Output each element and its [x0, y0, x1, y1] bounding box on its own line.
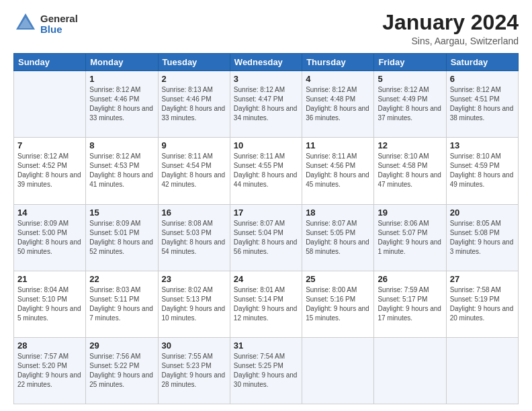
table-row: 13Sunrise: 8:10 AMSunset: 4:59 PMDayligh…	[446, 138, 518, 204]
day-info: Sunrise: 8:07 AMSunset: 5:05 PMDaylight:…	[306, 219, 370, 257]
table-row: 29Sunrise: 7:56 AMSunset: 5:22 PMDayligh…	[86, 337, 158, 404]
table-row: 1Sunrise: 8:12 AMSunset: 4:46 PMDaylight…	[86, 71, 158, 138]
calendar-row: 7Sunrise: 8:12 AMSunset: 4:52 PMDaylight…	[14, 138, 519, 204]
table-row: 31Sunrise: 7:54 AMSunset: 5:25 PMDayligh…	[230, 337, 302, 404]
day-number: 6	[450, 74, 515, 84]
table-row: 6Sunrise: 8:12 AMSunset: 4:51 PMDaylight…	[446, 71, 518, 138]
col-saturday: Saturday	[446, 54, 518, 71]
day-number: 14	[17, 208, 82, 218]
day-info: Sunrise: 7:58 AMSunset: 5:19 PMDaylight:…	[450, 285, 515, 323]
col-tuesday: Tuesday	[158, 54, 230, 71]
day-info: Sunrise: 8:12 AMSunset: 4:53 PMDaylight:…	[89, 152, 154, 189]
day-number: 27	[450, 274, 515, 284]
calendar-header-row: Sunday Monday Tuesday Wednesday Thursday…	[14, 54, 519, 71]
day-number: 1	[89, 74, 154, 84]
table-row: 8Sunrise: 8:12 AMSunset: 4:53 PMDaylight…	[86, 138, 158, 204]
table-row: 23Sunrise: 8:02 AMSunset: 5:13 PMDayligh…	[158, 271, 230, 337]
day-number: 2	[162, 74, 226, 84]
table-row: 11Sunrise: 8:11 AMSunset: 4:56 PMDayligh…	[302, 138, 374, 204]
day-info: Sunrise: 8:05 AMSunset: 5:08 PMDaylight:…	[450, 219, 515, 257]
day-number: 10	[234, 140, 298, 150]
table-row: 26Sunrise: 7:59 AMSunset: 5:17 PMDayligh…	[374, 271, 446, 337]
day-info: Sunrise: 8:10 AMSunset: 4:59 PMDaylight:…	[450, 152, 515, 189]
table-row: 20Sunrise: 8:05 AMSunset: 5:08 PMDayligh…	[446, 204, 518, 271]
table-row: 25Sunrise: 8:00 AMSunset: 5:16 PMDayligh…	[302, 271, 374, 337]
day-info: Sunrise: 8:08 AMSunset: 5:03 PMDaylight:…	[162, 219, 226, 257]
table-row: 24Sunrise: 8:01 AMSunset: 5:14 PMDayligh…	[230, 271, 302, 337]
day-info: Sunrise: 8:01 AMSunset: 5:14 PMDaylight:…	[234, 285, 298, 323]
day-info: Sunrise: 8:12 AMSunset: 4:47 PMDaylight:…	[234, 85, 298, 123]
day-info: Sunrise: 8:09 AMSunset: 5:00 PMDaylight:…	[17, 219, 82, 257]
day-info: Sunrise: 8:02 AMSunset: 5:13 PMDaylight:…	[162, 285, 226, 323]
table-row	[14, 71, 86, 138]
table-row: 10Sunrise: 8:11 AMSunset: 4:55 PMDayligh…	[230, 138, 302, 204]
table-row: 7Sunrise: 8:12 AMSunset: 4:52 PMDaylight…	[14, 138, 86, 204]
day-info: Sunrise: 8:10 AMSunset: 4:58 PMDaylight:…	[378, 152, 442, 189]
logo-blue: Blue	[40, 24, 62, 35]
day-number: 21	[17, 274, 82, 284]
day-info: Sunrise: 8:12 AMSunset: 4:52 PMDaylight:…	[17, 152, 82, 189]
calendar-row: 28Sunrise: 7:57 AMSunset: 5:20 PMDayligh…	[14, 337, 519, 404]
day-number: 4	[306, 74, 370, 84]
table-row: 27Sunrise: 7:58 AMSunset: 5:19 PMDayligh…	[446, 271, 518, 337]
day-info: Sunrise: 8:11 AMSunset: 4:54 PMDaylight:…	[162, 152, 226, 189]
logo-icon	[13, 11, 38, 35]
table-row: 5Sunrise: 8:12 AMSunset: 4:49 PMDaylight…	[374, 71, 446, 138]
day-number: 12	[378, 140, 442, 150]
col-monday: Monday	[86, 54, 158, 71]
day-number: 26	[378, 274, 442, 284]
day-number: 13	[450, 140, 515, 150]
day-info: Sunrise: 7:56 AMSunset: 5:22 PMDaylight:…	[89, 352, 154, 390]
day-number: 3	[234, 74, 298, 84]
subtitle: Sins, Aargau, Switzerland	[382, 36, 519, 46]
day-number: 30	[162, 340, 226, 351]
day-info: Sunrise: 8:12 AMSunset: 4:46 PMDaylight:…	[89, 85, 154, 123]
calendar-row: 14Sunrise: 8:09 AMSunset: 5:00 PMDayligh…	[14, 204, 519, 271]
day-number: 17	[234, 208, 298, 218]
day-number: 25	[306, 274, 370, 284]
main-title: January 2024	[382, 11, 519, 34]
col-thursday: Thursday	[302, 54, 374, 71]
table-row	[374, 337, 446, 404]
day-number: 22	[89, 274, 154, 284]
day-number: 7	[17, 140, 82, 150]
page: General Blue January 2024 Sins, Aargau, …	[0, 0, 532, 411]
day-number: 11	[306, 140, 370, 150]
table-row: 28Sunrise: 7:57 AMSunset: 5:20 PMDayligh…	[14, 337, 86, 404]
day-info: Sunrise: 8:12 AMSunset: 4:51 PMDaylight:…	[450, 85, 515, 123]
logo: General Blue	[13, 11, 78, 38]
calendar-row: 1Sunrise: 8:12 AMSunset: 4:46 PMDaylight…	[14, 71, 519, 138]
day-number: 20	[450, 208, 515, 218]
col-friday: Friday	[374, 54, 446, 71]
day-number: 15	[89, 208, 154, 218]
day-number: 19	[378, 208, 442, 218]
table-row: 2Sunrise: 8:13 AMSunset: 4:46 PMDaylight…	[158, 71, 230, 138]
day-number: 24	[234, 274, 298, 284]
day-number: 29	[89, 340, 154, 351]
day-info: Sunrise: 7:54 AMSunset: 5:25 PMDaylight:…	[234, 352, 298, 390]
table-row: 4Sunrise: 8:12 AMSunset: 4:48 PMDaylight…	[302, 71, 374, 138]
day-number: 5	[378, 74, 442, 84]
day-info: Sunrise: 8:11 AMSunset: 4:56 PMDaylight:…	[306, 152, 370, 189]
day-info: Sunrise: 8:12 AMSunset: 4:49 PMDaylight:…	[378, 85, 442, 123]
table-row: 16Sunrise: 8:08 AMSunset: 5:03 PMDayligh…	[158, 204, 230, 271]
table-row: 30Sunrise: 7:55 AMSunset: 5:23 PMDayligh…	[158, 337, 230, 404]
table-row: 21Sunrise: 8:04 AMSunset: 5:10 PMDayligh…	[14, 271, 86, 337]
table-row: 12Sunrise: 8:10 AMSunset: 4:58 PMDayligh…	[374, 138, 446, 204]
table-row: 19Sunrise: 8:06 AMSunset: 5:07 PMDayligh…	[374, 204, 446, 271]
day-info: Sunrise: 8:11 AMSunset: 4:55 PMDaylight:…	[234, 152, 298, 189]
table-row: 14Sunrise: 8:09 AMSunset: 5:00 PMDayligh…	[14, 204, 86, 271]
table-row: 15Sunrise: 8:09 AMSunset: 5:01 PMDayligh…	[86, 204, 158, 271]
col-sunday: Sunday	[14, 54, 86, 71]
day-number: 28	[17, 340, 82, 351]
day-info: Sunrise: 8:03 AMSunset: 5:11 PMDaylight:…	[89, 285, 154, 323]
day-info: Sunrise: 7:55 AMSunset: 5:23 PMDaylight:…	[162, 352, 226, 390]
day-info: Sunrise: 8:06 AMSunset: 5:07 PMDaylight:…	[378, 219, 442, 257]
day-info: Sunrise: 8:07 AMSunset: 5:04 PMDaylight:…	[234, 219, 298, 257]
day-info: Sunrise: 7:57 AMSunset: 5:20 PMDaylight:…	[17, 352, 82, 390]
day-number: 18	[306, 208, 370, 218]
day-info: Sunrise: 8:12 AMSunset: 4:48 PMDaylight:…	[306, 85, 370, 123]
table-row: 9Sunrise: 8:11 AMSunset: 4:54 PMDaylight…	[158, 138, 230, 204]
day-number: 16	[162, 208, 226, 218]
calendar-row: 21Sunrise: 8:04 AMSunset: 5:10 PMDayligh…	[14, 271, 519, 337]
